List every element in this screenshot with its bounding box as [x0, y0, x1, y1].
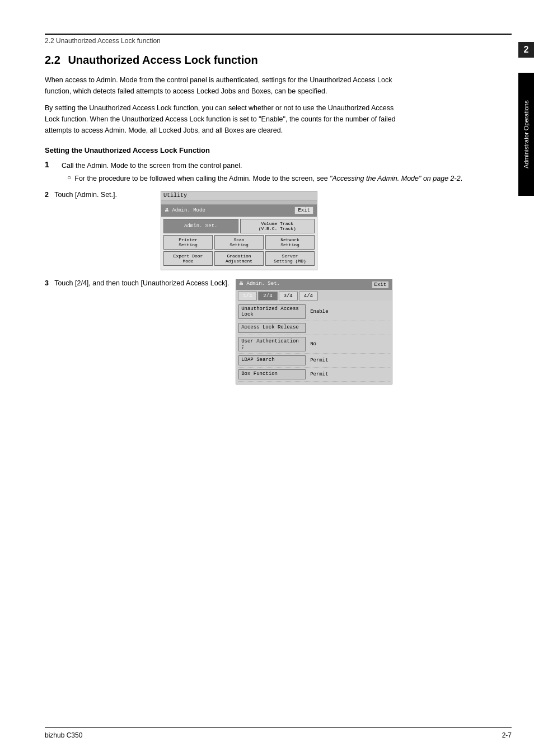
unauthorized-value: Enable — [310, 309, 328, 314]
admin-row-ldap: LDAP Search Permit — [238, 354, 390, 368]
utility-screen: Utility 🖶 Admin. Mode Exit Admin. Set. V… — [161, 191, 317, 270]
tab-1-4[interactable]: 1/4 — [238, 292, 257, 300]
substep-text: For the procedure to be followed when ca… — [74, 173, 462, 184]
admin-set-body: Unauthorized AccessLock Enable Access Lo… — [236, 300, 392, 384]
ldap-value: Permit — [310, 358, 328, 363]
header-line: 2.2 Unauthorized Access Lock function — [45, 34, 512, 47]
main-content: 2.2 Unauthorized Access Lock function 2.… — [45, 0, 512, 384]
step-1-content: Call the Admin. Mode to the screen from … — [62, 160, 512, 184]
side-tab-operations: Administrator Operations — [518, 73, 534, 196]
utility-screen-title: Utility — [161, 191, 317, 200]
tab-4-4[interactable]: 4/4 — [299, 292, 318, 300]
substep-bullet: ○ — [67, 173, 71, 181]
utility-screen-body: Admin. Set. Volume Track(V.B.C. Track) P… — [161, 217, 317, 270]
admin-set-title: 🖶 Admin. Set. — [239, 281, 280, 289]
step-1-substep: ○ For the procedure to be followed when … — [67, 173, 512, 184]
access-lock-release-btn[interactable]: Access Lock Release — [238, 323, 306, 333]
ldap-search-btn[interactable]: LDAP Search — [238, 355, 306, 365]
body-paragraph-2: By setting the Unauthorized Access Lock … — [45, 102, 409, 136]
utility-screen-header: 🖶 Admin. Mode Exit — [161, 205, 317, 217]
server-setting-btn[interactable]: ServerSetting (MD) — [265, 251, 315, 266]
user-authentication-btn[interactable]: User Authentication ; — [238, 337, 306, 351]
utility-exit-btn[interactable]: Exit — [294, 206, 313, 214]
body-paragraph-1: When access to Admin. Mode from the cont… — [45, 74, 409, 97]
admin-set-btn[interactable]: Admin. Set. — [163, 219, 238, 233]
footer: bizhub C350 2-7 — [45, 727, 512, 739]
footer-product-name: bizhub C350 — [45, 731, 82, 739]
admin-row-unauthorized: Unauthorized AccessLock Enable — [238, 303, 390, 321]
user-auth-value: No — [310, 341, 316, 347]
gradation-btn[interactable]: GradationAdjustment — [214, 251, 264, 266]
step-2: 2 Touch [Admin. Set.]. Utility 🖶 Admin. … — [45, 191, 512, 270]
tab-2-4[interactable]: 2/4 — [258, 292, 277, 300]
network-setting-btn[interactable]: NetworkSetting — [265, 235, 315, 250]
box-function-value: Permit — [310, 372, 328, 377]
printer-setting-btn[interactable]: PrinterSetting — [163, 235, 213, 250]
section-heading: Unauthorized Access Lock function — [68, 54, 257, 66]
breadcrumb: 2.2 Unauthorized Access Lock function — [45, 37, 161, 45]
footer-page-number: 2-7 — [502, 731, 512, 739]
subsection-title: Setting the Unauthorized Access Lock Fun… — [45, 146, 512, 154]
step-1-number: 1 — [45, 160, 58, 169]
chapter-number: 2 — [524, 45, 529, 55]
section-number: 2.2 — [45, 54, 60, 66]
step-2-number: 2 — [45, 191, 49, 199]
step-3: 3 Touch [2/4], and then touch [Unauthori… — [45, 279, 512, 384]
scan-setting-btn[interactable]: ScanSetting — [214, 235, 264, 250]
chapter-number-box: 2 — [518, 42, 534, 58]
step-3-number: 3 — [45, 279, 49, 287]
step-1-text: Call the Admin. Mode to the screen from … — [62, 160, 512, 171]
utility-row-2: PrinterSetting ScanSetting NetworkSettin… — [163, 235, 315, 250]
step-2-label: 2 Touch [Admin. Set.]. — [45, 191, 154, 270]
utility-row-3: Expert DoorMode GradationAdjustment Serv… — [163, 251, 315, 266]
admin-row-access-release: Access Lock Release — [238, 321, 390, 335]
operations-label: Administrator Operations — [523, 100, 530, 168]
expert-door-btn[interactable]: Expert DoorMode — [163, 251, 213, 266]
tab-3-4[interactable]: 3/4 — [279, 292, 298, 300]
admin-tab-row: 1/4 2/4 3/4 4/4 — [236, 290, 392, 300]
utility-row-1: Admin. Set. Volume Track(V.B.C. Track) — [163, 219, 315, 233]
admin-row-box-function: Box Function Permit — [238, 368, 390, 382]
admin-row-user-auth: User Authentication ; No — [238, 335, 390, 354]
unauthorized-access-lock-btn[interactable]: Unauthorized AccessLock — [238, 304, 306, 319]
step-3-label: 3 Touch [2/4], and then touch [Unauthori… — [45, 279, 229, 384]
admin-mode-label: 🖶 Admin. Mode — [165, 208, 205, 213]
step-2-text: Touch [Admin. Set.]. — [54, 191, 117, 199]
step-3-text: Touch [2/4], and then touch [Unauthorize… — [54, 279, 229, 287]
admin-set-screen: 🖶 Admin. Set. Exit 1/4 2/4 3/4 4/4 Unaut… — [236, 279, 392, 384]
box-function-btn[interactable]: Box Function — [238, 369, 306, 379]
admin-set-header: 🖶 Admin. Set. Exit — [236, 280, 392, 290]
step-1: 1 Call the Admin. Mode to the screen fro… — [45, 160, 512, 184]
admin-set-exit-btn[interactable]: Exit — [372, 281, 390, 289]
volume-track-btn[interactable]: Volume Track(V.B.C. Track) — [240, 219, 315, 233]
section-title: 2.2 Unauthorized Access Lock function — [45, 54, 512, 67]
